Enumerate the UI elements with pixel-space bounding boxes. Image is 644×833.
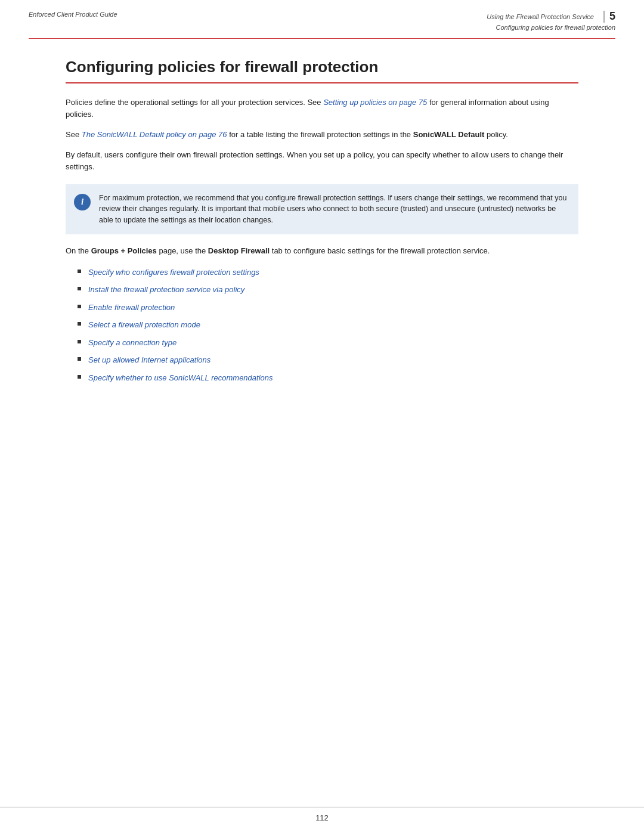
paragraph-4: On the Groups + Policies page, use the D… bbox=[66, 245, 578, 257]
list-item: Enable firewall protection bbox=[78, 302, 578, 314]
paragraph-3: By default, users configure their own fi… bbox=[66, 149, 578, 173]
page-footer: 112 bbox=[0, 807, 644, 833]
list-item-link[interactable]: Install the firewall protection service … bbox=[88, 284, 244, 296]
bullet-list: Specify who configures firewall protecti… bbox=[78, 267, 578, 384]
p1-link[interactable]: Setting up policies on page 75 bbox=[323, 98, 427, 107]
list-item: Set up allowed Internet applications bbox=[78, 354, 578, 366]
chapter-title: Configuring policies for firewall protec… bbox=[66, 58, 578, 83]
header-left-label: Enforced Client Product Guide bbox=[29, 11, 117, 18]
bullet-icon bbox=[78, 322, 81, 326]
list-item-link[interactable]: Select a firewall protection mode bbox=[88, 319, 200, 331]
main-content: Configuring policies for firewall protec… bbox=[0, 39, 644, 429]
list-item-link[interactable]: Set up allowed Internet applications bbox=[88, 354, 210, 366]
p1-pre-text: Policies define the operational settings… bbox=[66, 98, 323, 107]
list-item: Specify whether to use SonicWALL recomme… bbox=[78, 372, 578, 384]
p2-pre-text: See bbox=[66, 130, 82, 139]
header-right: Using the Firewall Protection Service 5 … bbox=[487, 11, 615, 31]
bullet-icon bbox=[78, 287, 81, 290]
header-chapter: Using the Firewall Protection Service bbox=[487, 13, 594, 20]
header-subtitle: Configuring policies for firewall protec… bbox=[487, 24, 615, 31]
info-box: i For maximum protection, we recommend t… bbox=[66, 184, 578, 234]
p2-mid-text: for a table listing the firewall protect… bbox=[227, 130, 413, 139]
footer-page-number: 112 bbox=[315, 813, 329, 822]
list-item-link[interactable]: Specify a connection type bbox=[88, 337, 177, 349]
page-header: Enforced Client Product Guide Using the … bbox=[0, 0, 644, 36]
p2-link[interactable]: The SonicWALL Default policy on page 76 bbox=[82, 130, 227, 139]
info-box-text: For maximum protection, we recommend tha… bbox=[99, 193, 568, 226]
bullet-icon bbox=[78, 270, 81, 273]
list-item-link[interactable]: Specify who configures firewall protecti… bbox=[88, 267, 259, 278]
p4-post-text: tab to configure basic settings for the … bbox=[270, 246, 490, 255]
header-page-number: 5 bbox=[603, 11, 615, 23]
paragraph-1: Policies define the operational settings… bbox=[66, 97, 578, 120]
bullet-icon bbox=[78, 357, 81, 361]
list-item: Install the firewall protection service … bbox=[78, 284, 578, 296]
list-item: Specify who configures firewall protecti… bbox=[78, 267, 578, 278]
p2-post-text: policy. bbox=[484, 130, 508, 139]
p4-bold2: Desktop Firewall bbox=[208, 246, 270, 255]
p2-bold-text: SonicWALL Default bbox=[413, 130, 485, 139]
p4-pre-text: On the bbox=[66, 246, 91, 255]
header-right-top: Using the Firewall Protection Service 5 bbox=[487, 11, 615, 23]
list-item-link[interactable]: Enable firewall protection bbox=[88, 302, 175, 314]
page-container: Enforced Client Product Guide Using the … bbox=[0, 0, 644, 833]
info-icon: i bbox=[74, 194, 91, 210]
bullet-icon bbox=[78, 375, 81, 379]
p4-mid-text: page, use the bbox=[157, 246, 208, 255]
list-item-link[interactable]: Specify whether to use SonicWALL recomme… bbox=[88, 372, 273, 384]
paragraph-2: See The SonicWALL Default policy on page… bbox=[66, 129, 578, 141]
bullet-icon bbox=[78, 305, 81, 308]
p4-bold1: Groups + Policies bbox=[91, 246, 157, 255]
list-item: Select a firewall protection mode bbox=[78, 319, 578, 331]
bullet-icon bbox=[78, 340, 81, 343]
list-item: Specify a connection type bbox=[78, 337, 578, 349]
